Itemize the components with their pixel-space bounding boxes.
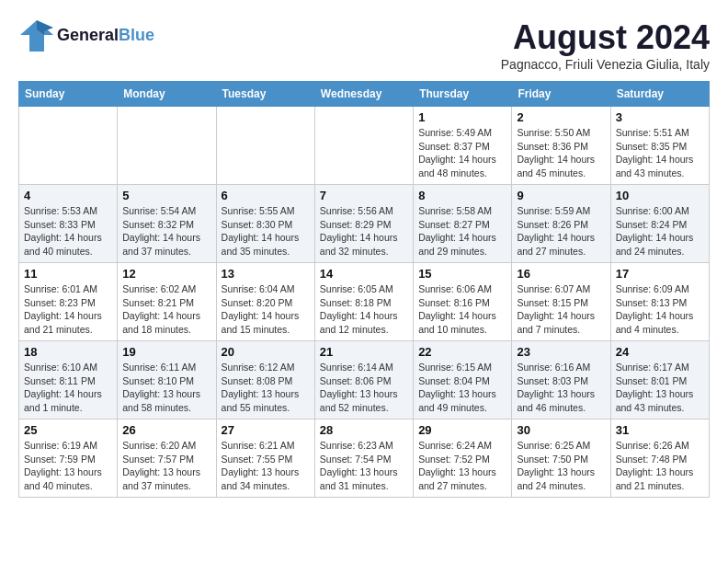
logo-icon bbox=[18, 18, 55, 53]
day-number: 28 bbox=[320, 423, 408, 437]
calendar-cell: 14Sunrise: 6:05 AM Sunset: 8:18 PM Dayli… bbox=[314, 263, 413, 341]
day-info: Sunrise: 5:54 AM Sunset: 8:32 PM Dayligh… bbox=[122, 204, 210, 259]
day-info: Sunrise: 6:05 AM Sunset: 8:18 PM Dayligh… bbox=[320, 282, 408, 337]
day-header-sunday: Sunday bbox=[19, 82, 118, 107]
day-info: Sunrise: 6:06 AM Sunset: 8:16 PM Dayligh… bbox=[418, 282, 506, 337]
calendar-cell: 6Sunrise: 5:55 AM Sunset: 8:30 PM Daylig… bbox=[216, 185, 314, 263]
calendar-cell: 1Sunrise: 5:49 AM Sunset: 8:37 PM Daylig… bbox=[414, 107, 512, 185]
day-info: Sunrise: 5:51 AM Sunset: 8:35 PM Dayligh… bbox=[616, 126, 704, 180]
day-info: Sunrise: 6:25 AM Sunset: 7:50 PM Dayligh… bbox=[517, 439, 605, 493]
calendar-cell bbox=[118, 107, 216, 185]
calendar-table: SundayMondayTuesdayWednesdayThursdayFrid… bbox=[18, 81, 710, 498]
day-info: Sunrise: 6:24 AM Sunset: 7:52 PM Dayligh… bbox=[418, 439, 506, 493]
day-number: 21 bbox=[320, 345, 408, 359]
calendar-cell: 23Sunrise: 6:16 AM Sunset: 8:03 PM Dayli… bbox=[512, 341, 610, 419]
day-number: 3 bbox=[616, 110, 704, 124]
calendar-cell: 18Sunrise: 6:10 AM Sunset: 8:11 PM Dayli… bbox=[19, 341, 118, 419]
day-number: 5 bbox=[122, 189, 210, 202]
month-year: August 2024 bbox=[501, 18, 710, 57]
day-info: Sunrise: 6:14 AM Sunset: 8:06 PM Dayligh… bbox=[320, 361, 408, 415]
calendar-cell: 21Sunrise: 6:14 AM Sunset: 8:06 PM Dayli… bbox=[314, 341, 413, 419]
calendar-cell: 29Sunrise: 6:24 AM Sunset: 7:52 PM Dayli… bbox=[414, 419, 512, 498]
day-header-friday: Friday bbox=[512, 82, 610, 107]
day-number: 2 bbox=[517, 110, 605, 124]
day-header-monday: Monday bbox=[118, 82, 216, 107]
day-info: Sunrise: 5:56 AM Sunset: 8:29 PM Dayligh… bbox=[320, 204, 408, 259]
day-header-wednesday: Wednesday bbox=[314, 82, 413, 107]
day-info: Sunrise: 5:53 AM Sunset: 8:33 PM Dayligh… bbox=[24, 204, 112, 259]
calendar-cell: 4Sunrise: 5:53 AM Sunset: 8:33 PM Daylig… bbox=[19, 185, 118, 263]
day-number: 20 bbox=[222, 345, 310, 359]
calendar-cell bbox=[216, 107, 314, 185]
day-info: Sunrise: 6:26 AM Sunset: 7:48 PM Dayligh… bbox=[616, 439, 704, 493]
calendar-cell: 24Sunrise: 6:17 AM Sunset: 8:01 PM Dayli… bbox=[610, 341, 709, 419]
calendar-cell: 26Sunrise: 6:20 AM Sunset: 7:57 PM Dayli… bbox=[118, 419, 216, 498]
calendar-week-2: 11Sunrise: 6:01 AM Sunset: 8:23 PM Dayli… bbox=[19, 263, 710, 341]
day-number: 1 bbox=[418, 110, 506, 124]
calendar-cell: 11Sunrise: 6:01 AM Sunset: 8:23 PM Dayli… bbox=[19, 263, 118, 341]
day-number: 15 bbox=[418, 267, 506, 281]
calendar-cell: 3Sunrise: 5:51 AM Sunset: 8:35 PM Daylig… bbox=[610, 107, 709, 185]
day-header-tuesday: Tuesday bbox=[216, 82, 314, 107]
calendar-cell: 16Sunrise: 6:07 AM Sunset: 8:15 PM Dayli… bbox=[512, 263, 610, 341]
day-number: 16 bbox=[517, 267, 605, 281]
day-number: 19 bbox=[122, 345, 210, 359]
day-info: Sunrise: 5:58 AM Sunset: 8:27 PM Dayligh… bbox=[418, 204, 506, 259]
day-info: Sunrise: 6:16 AM Sunset: 8:03 PM Dayligh… bbox=[517, 361, 605, 415]
calendar-cell: 2Sunrise: 5:50 AM Sunset: 8:36 PM Daylig… bbox=[512, 107, 610, 185]
day-info: Sunrise: 6:00 AM Sunset: 8:24 PM Dayligh… bbox=[616, 204, 704, 259]
day-header-thursday: Thursday bbox=[414, 82, 512, 107]
calendar-cell: 25Sunrise: 6:19 AM Sunset: 7:59 PM Dayli… bbox=[19, 419, 118, 498]
day-info: Sunrise: 6:02 AM Sunset: 8:21 PM Dayligh… bbox=[122, 282, 210, 337]
day-number: 12 bbox=[122, 267, 210, 281]
day-number: 17 bbox=[616, 267, 704, 281]
calendar-week-3: 18Sunrise: 6:10 AM Sunset: 8:11 PM Dayli… bbox=[19, 341, 710, 419]
day-info: Sunrise: 6:17 AM Sunset: 8:01 PM Dayligh… bbox=[616, 361, 704, 415]
day-info: Sunrise: 5:49 AM Sunset: 8:37 PM Dayligh… bbox=[418, 126, 506, 180]
day-info: Sunrise: 6:01 AM Sunset: 8:23 PM Dayligh… bbox=[24, 282, 112, 337]
day-number: 29 bbox=[418, 423, 506, 437]
day-number: 18 bbox=[24, 345, 112, 359]
days-header-row: SundayMondayTuesdayWednesdayThursdayFrid… bbox=[19, 82, 710, 107]
day-number: 24 bbox=[616, 345, 704, 359]
calendar-body: 1Sunrise: 5:49 AM Sunset: 8:37 PM Daylig… bbox=[19, 107, 710, 498]
day-number: 7 bbox=[320, 189, 408, 202]
day-number: 25 bbox=[24, 423, 112, 437]
day-info: Sunrise: 6:04 AM Sunset: 8:20 PM Dayligh… bbox=[222, 282, 310, 337]
calendar-cell: 31Sunrise: 6:26 AM Sunset: 7:48 PM Dayli… bbox=[610, 419, 709, 498]
calendar-cell: 13Sunrise: 6:04 AM Sunset: 8:20 PM Dayli… bbox=[216, 263, 314, 341]
day-info: Sunrise: 5:50 AM Sunset: 8:36 PM Dayligh… bbox=[517, 126, 605, 180]
calendar-cell: 17Sunrise: 6:09 AM Sunset: 8:13 PM Dayli… bbox=[610, 263, 709, 341]
day-number: 8 bbox=[418, 189, 506, 202]
title-block: August 2024 Pagnacco, Friuli Venezia Giu… bbox=[501, 18, 710, 72]
calendar-cell: 5Sunrise: 5:54 AM Sunset: 8:32 PM Daylig… bbox=[118, 185, 216, 263]
day-header-saturday: Saturday bbox=[610, 82, 709, 107]
day-info: Sunrise: 6:07 AM Sunset: 8:15 PM Dayligh… bbox=[517, 282, 605, 337]
calendar-cell bbox=[314, 107, 413, 185]
day-info: Sunrise: 6:09 AM Sunset: 8:13 PM Dayligh… bbox=[616, 282, 704, 337]
calendar-week-0: 1Sunrise: 5:49 AM Sunset: 8:37 PM Daylig… bbox=[19, 107, 710, 185]
day-number: 26 bbox=[122, 423, 210, 437]
calendar-cell: 10Sunrise: 6:00 AM Sunset: 8:24 PM Dayli… bbox=[610, 185, 709, 263]
logo-text: GeneralBlue bbox=[57, 27, 154, 45]
day-info: Sunrise: 6:21 AM Sunset: 7:55 PM Dayligh… bbox=[222, 439, 310, 493]
calendar-cell: 19Sunrise: 6:11 AM Sunset: 8:10 PM Dayli… bbox=[118, 341, 216, 419]
day-info: Sunrise: 6:23 AM Sunset: 7:54 PM Dayligh… bbox=[320, 439, 408, 493]
calendar-cell: 20Sunrise: 6:12 AM Sunset: 8:08 PM Dayli… bbox=[216, 341, 314, 419]
day-number: 4 bbox=[24, 189, 112, 202]
day-info: Sunrise: 6:12 AM Sunset: 8:08 PM Dayligh… bbox=[222, 361, 310, 415]
day-number: 14 bbox=[320, 267, 408, 281]
day-number: 22 bbox=[418, 345, 506, 359]
calendar-cell: 22Sunrise: 6:15 AM Sunset: 8:04 PM Dayli… bbox=[414, 341, 512, 419]
day-number: 23 bbox=[517, 345, 605, 359]
page-header: GeneralBlue August 2024 Pagnacco, Friuli… bbox=[18, 18, 710, 72]
day-info: Sunrise: 6:19 AM Sunset: 7:59 PM Dayligh… bbox=[24, 439, 112, 493]
day-info: Sunrise: 5:55 AM Sunset: 8:30 PM Dayligh… bbox=[222, 204, 310, 259]
day-info: Sunrise: 6:11 AM Sunset: 8:10 PM Dayligh… bbox=[122, 361, 210, 415]
location: Pagnacco, Friuli Venezia Giulia, Italy bbox=[501, 57, 710, 72]
day-info: Sunrise: 6:10 AM Sunset: 8:11 PM Dayligh… bbox=[24, 361, 112, 415]
logo: GeneralBlue bbox=[18, 18, 154, 53]
calendar-cell: 7Sunrise: 5:56 AM Sunset: 8:29 PM Daylig… bbox=[314, 185, 413, 263]
day-info: Sunrise: 5:59 AM Sunset: 8:26 PM Dayligh… bbox=[517, 204, 605, 259]
day-number: 10 bbox=[616, 189, 704, 202]
